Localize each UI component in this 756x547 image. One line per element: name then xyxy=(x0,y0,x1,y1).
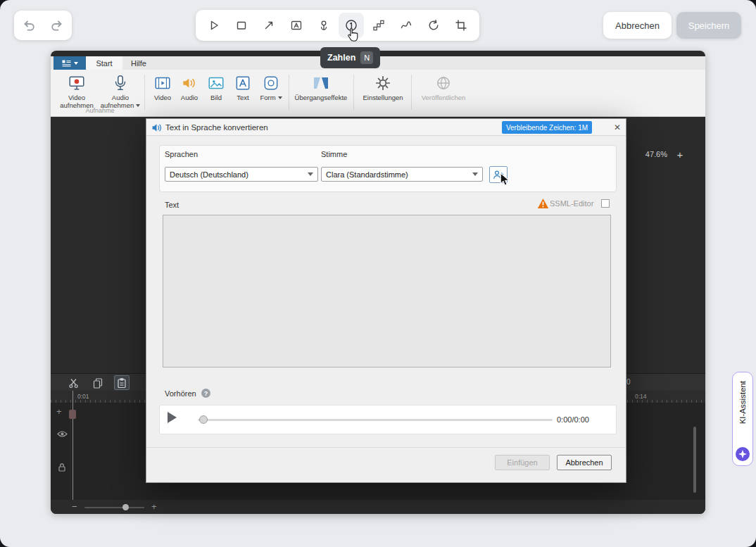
undo-button[interactable] xyxy=(15,12,42,39)
arrow-tool-icon xyxy=(262,18,276,32)
add-shape-button[interactable]: Form xyxy=(256,73,286,102)
text-icon xyxy=(229,73,256,93)
undo-redo-toolbar xyxy=(14,11,72,40)
number-tool-button[interactable] xyxy=(339,13,364,38)
save-button[interactable]: Speichern xyxy=(676,12,741,39)
dialog-tts-icon xyxy=(151,122,162,133)
paste-button[interactable] xyxy=(114,375,130,390)
tab-start[interactable]: Start xyxy=(86,56,122,70)
preview-seek-handle[interactable] xyxy=(199,415,208,424)
tracks-scrollbar[interactable] xyxy=(693,427,696,493)
steps-tool-button[interactable] xyxy=(366,13,391,38)
redo-button[interactable] xyxy=(44,12,70,39)
undo-icon xyxy=(22,18,36,32)
tooltip-shortcut-key: N xyxy=(360,51,373,64)
add-audio-button[interactable]: Audio xyxy=(176,73,203,102)
tts-text-input[interactable] xyxy=(163,215,611,367)
add-text-button[interactable]: Text xyxy=(229,73,256,102)
language-select[interactable]: Deutsch (Deutschland) xyxy=(165,167,318,182)
video-media-icon xyxy=(149,73,176,93)
crop-tool-icon xyxy=(454,18,468,32)
chevron-down-icon xyxy=(308,172,313,176)
sketch-tool-button[interactable] xyxy=(393,13,419,38)
ribbon-group-caption: Aufnahme xyxy=(56,107,144,114)
play-button[interactable] xyxy=(168,409,182,426)
cancel-recording-button[interactable]: Abbrechen xyxy=(603,12,672,39)
voice-select[interactable]: Clara (Standardstimme) xyxy=(321,167,483,182)
shape-tool-button[interactable] xyxy=(229,13,254,38)
record-audio-icon xyxy=(99,73,142,93)
eye-icon xyxy=(57,430,68,438)
add-shape-label: Form xyxy=(260,94,275,101)
timeline-zoom-in-button[interactable]: + xyxy=(151,501,157,512)
voice-manager-button[interactable] xyxy=(489,166,508,183)
select-tool-button[interactable] xyxy=(201,13,227,38)
copy-button[interactable] xyxy=(90,375,106,390)
preview-time-display: 0:00/0:00 xyxy=(557,415,589,424)
add-image-button[interactable]: Bild xyxy=(203,73,229,102)
timeline-zoom-out-button[interactable]: − xyxy=(72,501,77,512)
shape-caret-icon xyxy=(278,96,282,99)
ribbon-separator xyxy=(144,75,145,110)
timeline-timecode-fragment: 0 xyxy=(626,378,631,386)
ssml-editor-label: SSML-Editor xyxy=(550,199,593,208)
help-icon[interactable]: ? xyxy=(201,389,210,398)
publish-globe-icon xyxy=(417,73,470,93)
tooltip-label: Zahlen xyxy=(327,53,355,63)
tooltip-zahlen: Zahlen N xyxy=(320,47,380,68)
ki-assistant-label: KI-Assistent xyxy=(738,381,747,424)
paste-icon xyxy=(116,377,127,389)
play-icon xyxy=(168,412,177,423)
timeline-zoom-handle[interactable] xyxy=(122,504,129,510)
add-image-label: Bild xyxy=(210,94,222,101)
add-text-label: Text xyxy=(237,94,248,101)
gesture-tool-icon xyxy=(317,18,331,32)
canvas-zoom-in-button[interactable]: + xyxy=(673,147,687,161)
publish-button[interactable]: Veröffentlichen xyxy=(417,73,470,102)
tab-hilfe[interactable]: Hilfe xyxy=(122,56,155,70)
cut-button[interactable] xyxy=(66,375,82,390)
add-video-button[interactable]: Video xyxy=(149,73,176,102)
textbox-tool-button[interactable] xyxy=(284,13,309,38)
record-audio-button[interactable]: Audio aufnehmen xyxy=(99,73,142,110)
preview-seek-slider[interactable] xyxy=(198,419,553,421)
transitions-icon xyxy=(293,73,349,93)
track-visibility-button[interactable] xyxy=(57,430,68,438)
settings-button[interactable]: Einstellungen xyxy=(359,73,407,102)
select-tool-icon xyxy=(207,18,221,32)
sparkle-icon xyxy=(736,447,750,461)
main-menu-button[interactable] xyxy=(53,56,86,70)
dialog-title: Text in Sprache konvertieren xyxy=(165,119,268,136)
redo-icon xyxy=(50,18,64,32)
animation-tool-button[interactable] xyxy=(421,13,446,38)
steps-tool-icon xyxy=(372,18,386,32)
ssml-editor-checkbox[interactable] xyxy=(601,199,610,208)
dialog-titlebar[interactable]: Text in Sprache konvertieren Verbleibend… xyxy=(146,119,626,136)
dialog-cancel-button[interactable]: Abbrechen xyxy=(557,455,612,470)
arrow-tool-button[interactable] xyxy=(256,13,282,38)
ruler-tick: 0:01 xyxy=(77,393,89,400)
timeline-zoom-slider[interactable] xyxy=(84,507,144,508)
text-to-speech-dialog: Text in Sprache konvertieren Verbleibend… xyxy=(146,118,626,483)
voice-label: Stimme xyxy=(321,150,347,158)
add-track-button[interactable]: + xyxy=(56,406,62,417)
remaining-characters-badge: Verbleibende Zeichen: 1M xyxy=(502,121,592,134)
scissors-icon xyxy=(68,377,80,389)
dialog-close-button[interactable]: ✕ xyxy=(610,120,624,134)
record-video-button[interactable]: Video aufnehmen xyxy=(56,73,97,110)
ki-assistant-button[interactable]: KI-Assistent xyxy=(732,372,753,466)
crop-tool-button[interactable] xyxy=(448,13,474,38)
image-icon xyxy=(203,73,229,93)
track-lock-button[interactable] xyxy=(57,463,67,472)
textbox-tool-icon xyxy=(289,18,303,32)
sketch-tool-icon xyxy=(399,18,413,32)
audio-media-icon xyxy=(176,73,203,93)
gesture-tool-button[interactable] xyxy=(311,13,336,38)
person-add-icon xyxy=(493,170,504,180)
publish-label: Veröffentlichen xyxy=(422,94,466,101)
playhead-handle[interactable] xyxy=(69,410,76,419)
record-video-icon xyxy=(56,73,97,93)
menu-caret-icon xyxy=(74,62,78,65)
transitions-button[interactable]: Übergangseffekte xyxy=(293,73,349,102)
insert-button[interactable]: Einfügen xyxy=(495,455,550,470)
